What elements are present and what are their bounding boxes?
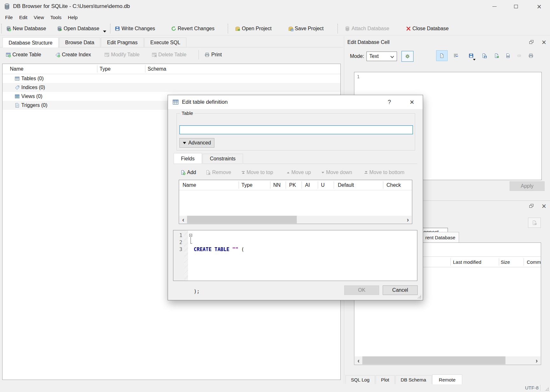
word-wrap-button[interactable]	[450, 50, 462, 61]
column-separator[interactable]	[524, 258, 524, 266]
import-text-button[interactable]	[465, 50, 477, 61]
advanced-toggle-button[interactable]: Advanced	[179, 138, 214, 148]
move-down-button[interactable]: Move down	[322, 168, 352, 177]
tab-browse-data[interactable]: Browse Data	[59, 38, 101, 47]
scroll-thumb[interactable]	[187, 216, 297, 223]
menu-edit[interactable]: Edit	[16, 13, 31, 21]
panel-float-icon[interactable]	[529, 40, 533, 44]
add-field-button[interactable]: Add	[180, 168, 196, 177]
save-project-button[interactable]: Save Project	[286, 23, 326, 34]
tab-remote[interactable]: Remote	[432, 374, 463, 384]
tree-column-schema[interactable]: Schema	[148, 64, 166, 74]
dialog-resize-grip[interactable]	[417, 294, 421, 299]
open-project-button[interactable]: Open Project	[233, 23, 273, 34]
print-button[interactable]: Print	[203, 49, 224, 60]
tab-fields[interactable]: Fields	[174, 153, 202, 164]
close-database-button[interactable]: Close Database	[404, 23, 451, 34]
panel-float-icon[interactable]	[529, 204, 533, 208]
column-last-modified[interactable]: Last modified	[453, 257, 481, 267]
write-changes-button[interactable]: Write Changes	[113, 23, 157, 34]
tab-constraints[interactable]: Constraints	[203, 154, 243, 163]
dialog-help-button[interactable]: ?	[383, 95, 396, 109]
column-separator[interactable]	[97, 65, 97, 73]
column-type[interactable]: Type	[241, 180, 253, 190]
column-size[interactable]: Size	[501, 257, 510, 267]
menu-help[interactable]: Help	[65, 13, 81, 21]
panel-close-icon[interactable]: ×	[541, 39, 547, 45]
column-nn[interactable]: NN	[273, 180, 281, 190]
panel-close-icon[interactable]: ×	[541, 203, 547, 209]
modify-table-button[interactable]: Modify Table	[102, 49, 142, 60]
save-as-button[interactable]	[478, 50, 490, 61]
tree-column-name[interactable]: Name	[10, 64, 24, 74]
column-ai[interactable]: AI	[305, 180, 310, 190]
column-name[interactable]: Name	[183, 180, 196, 190]
column-default[interactable]: Default	[338, 180, 354, 190]
toolbar-drag-handle[interactable]	[1, 24, 2, 33]
text-document-mode-button[interactable]	[436, 50, 448, 61]
revert-changes-button[interactable]: Revert Changes	[169, 23, 217, 34]
move-to-bottom-button[interactable]: Move to bottom	[365, 168, 404, 177]
tree-row-tables[interactable]: Tables (0)	[3, 74, 340, 83]
export-text-button[interactable]	[491, 50, 502, 61]
move-to-top-button[interactable]: Move to top	[242, 168, 273, 177]
tab-edit-pragmas[interactable]: Edit Pragmas	[101, 38, 143, 47]
column-separator[interactable]	[270, 181, 270, 189]
column-separator[interactable]	[286, 181, 286, 189]
open-database-dropdown[interactable]	[101, 23, 108, 34]
column-separator[interactable]	[499, 258, 499, 266]
scroll-right-arrow[interactable]: ›	[404, 216, 412, 223]
column-separator[interactable]	[239, 181, 239, 189]
tab-execute-sql[interactable]: Execute SQL	[144, 38, 186, 47]
menu-view[interactable]: View	[31, 13, 47, 21]
create-index-button[interactable]: Create Index	[53, 49, 93, 60]
menu-tools[interactable]: Tools	[47, 13, 65, 21]
dialog-close-button[interactable]: ×	[405, 95, 419, 109]
scroll-right-arrow[interactable]: ›	[533, 356, 540, 364]
encoding-indicator[interactable]: UTF-8	[525, 385, 539, 390]
table-name-input[interactable]	[179, 125, 413, 134]
tab-plot[interactable]: Plot	[376, 375, 395, 384]
column-check[interactable]: Check	[386, 180, 401, 190]
tree-row-indices[interactable]: Indices (0)	[3, 83, 340, 92]
tab-database-structure[interactable]: Database Structure	[3, 37, 59, 47]
column-separator[interactable]	[318, 181, 318, 189]
minimize-button[interactable]	[487, 1, 502, 12]
ok-button[interactable]: OK	[344, 285, 379, 295]
apply-button[interactable]: Apply	[510, 181, 545, 191]
column-separator[interactable]	[302, 181, 302, 189]
column-separator[interactable]	[145, 65, 145, 73]
fold-marker-icon[interactable]	[189, 234, 192, 237]
delete-table-button[interactable]: Delete Table	[150, 49, 189, 60]
scroll-thumb[interactable]	[362, 356, 505, 364]
new-database-button[interactable]: New Database	[4, 23, 48, 34]
column-separator[interactable]	[450, 258, 451, 266]
remote-push-button[interactable]	[528, 218, 541, 228]
column-u[interactable]: U	[321, 180, 325, 190]
mode-settings-toggle[interactable]	[401, 51, 414, 62]
remove-field-button[interactable]: Remove	[205, 168, 231, 177]
open-database-button[interactable]: Open Database	[55, 23, 101, 34]
window-resize-grip[interactable]	[545, 387, 549, 391]
menu-file[interactable]: File	[2, 13, 16, 21]
column-separator[interactable]	[383, 181, 383, 189]
mode-select[interactable]: Text	[366, 52, 397, 61]
sql-preview[interactable]: 1 2 3 CREATE TABLE "" ( );	[173, 230, 417, 281]
maximize-button[interactable]	[509, 1, 523, 12]
scroll-left-arrow[interactable]: ‹	[179, 216, 187, 223]
close-button[interactable]: ×	[532, 1, 547, 12]
open-in-app-button[interactable]	[502, 50, 514, 61]
scroll-left-arrow[interactable]: ‹	[355, 356, 362, 364]
move-up-button[interactable]: Move up	[287, 168, 311, 177]
cancel-button[interactable]: Cancel	[383, 285, 418, 295]
attach-database-button[interactable]: Attach Database	[343, 23, 391, 34]
column-pk[interactable]: PK	[289, 180, 296, 190]
tab-db-schema[interactable]: DB Schema	[395, 375, 432, 384]
column-separator[interactable]	[334, 181, 334, 189]
tree-column-type[interactable]: Type	[100, 64, 111, 74]
tab-sql-log[interactable]: SQL Log	[345, 375, 375, 384]
column-commit[interactable]: Comm	[527, 257, 541, 267]
create-table-button[interactable]: Create Table	[4, 49, 43, 60]
print-cell-button[interactable]	[525, 50, 537, 61]
set-null-button[interactable]	[513, 50, 525, 61]
